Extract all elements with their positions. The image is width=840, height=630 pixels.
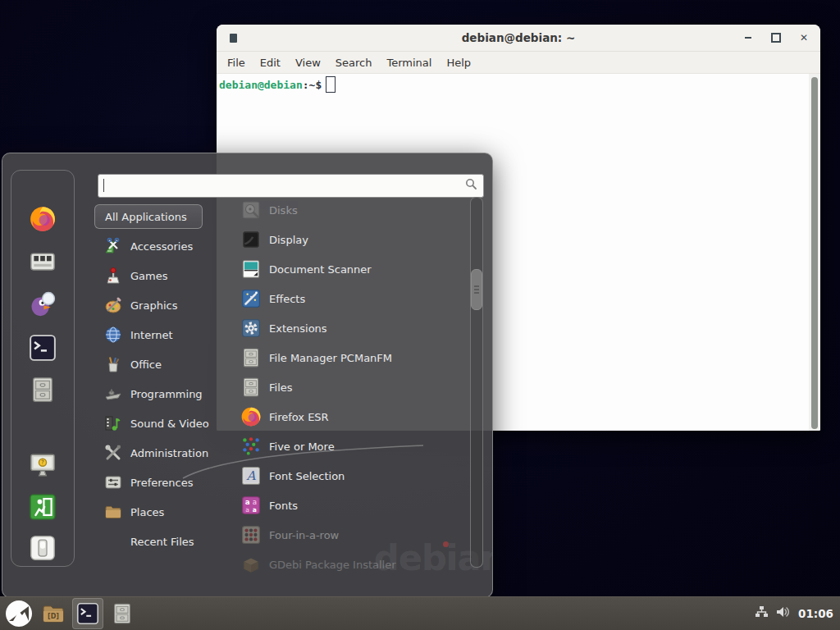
app-fonts[interactable]: aaaaFonts (216, 491, 467, 520)
category-accessories[interactable]: Accessories (94, 231, 217, 261)
five-or-more-icon (240, 436, 262, 457)
app-firefox-esr[interactable]: Firefox ESR (216, 402, 467, 431)
close-icon[interactable]: ✕ (799, 33, 809, 43)
app-font-selection[interactable]: AFont Selection (216, 461, 467, 491)
terminal-scrollbar-thumb[interactable] (811, 77, 818, 429)
prompt-user-host: debian@debian (219, 79, 303, 91)
app-extensions[interactable]: Extensions (216, 313, 467, 343)
category-office[interactable]: Office (94, 349, 217, 379)
category-label: Accessories (130, 240, 193, 253)
category-games[interactable]: Games (94, 261, 217, 290)
category-recent-files[interactable]: Recent Files (94, 527, 217, 556)
games-icon (104, 267, 122, 285)
taskbar-file-manager-icon[interactable] (107, 598, 138, 629)
terminal-menu-file[interactable]: File (220, 54, 253, 71)
administration-icon (104, 444, 122, 462)
terminal-menu-terminal[interactable]: Terminal (379, 54, 439, 71)
terminal-prompt: debian@debian:~$ (219, 76, 336, 93)
category-sound-video[interactable]: Sound & Video (94, 409, 217, 438)
terminal-menu-search[interactable]: Search (328, 54, 380, 71)
app-effects[interactable]: Effects (216, 284, 467, 313)
favorite-control-center-icon[interactable] (28, 247, 57, 276)
terminal-menu-edit[interactable]: Edit (253, 54, 288, 71)
app-gdebi-package-installer[interactable]: GDebi Package Installer (216, 550, 467, 579)
svg-text:a: a (245, 506, 249, 514)
display-icon (240, 229, 262, 250)
app-label: Extensions (269, 322, 327, 335)
application-menu: debian ? All ApplicationsAccessoriesGame… (2, 153, 493, 598)
app-label: Firefox ESR (269, 411, 329, 423)
category-graphics[interactable]: Graphics (94, 290, 217, 320)
app-label: Four-in-a-row (269, 529, 339, 541)
favorite-log-out-icon[interactable] (28, 492, 57, 522)
terminal-cursor (326, 76, 336, 93)
category-list: All ApplicationsAccessoriesGamesGraphics… (94, 202, 217, 556)
internet-icon (104, 326, 122, 344)
search-box[interactable] (98, 174, 484, 198)
terminal-menu-help[interactable]: Help (439, 54, 478, 71)
search-input[interactable] (98, 180, 465, 192)
svg-text:?: ? (41, 459, 44, 466)
prompt-suffix: :~$ (303, 79, 322, 91)
app-label: Disks (269, 204, 298, 217)
extensions-icon (240, 317, 262, 339)
no-icon (104, 532, 122, 550)
taskbar-terminal-icon[interactable] (72, 598, 103, 629)
sound-video-icon (104, 414, 122, 432)
clock[interactable]: 01:06 (798, 607, 833, 620)
app-four-in-a-row[interactable]: Four-in-a-row (216, 520, 467, 550)
application-list: DisksDisplayDocument ScannerEffectsExten… (216, 195, 467, 594)
terminal-titlebar[interactable]: debian@debian: ~ ✕ (217, 25, 820, 52)
menu-scrollbar-thumb[interactable] (471, 269, 482, 310)
app-label: Five or More (269, 441, 335, 453)
svg-text:a: a (253, 498, 257, 506)
fonts-icon: aaaa (240, 495, 262, 516)
network-icon[interactable] (755, 605, 769, 622)
app-label: Font Selection (269, 470, 345, 482)
favorite-terminal-icon[interactable] (28, 333, 57, 363)
svg-text:[D]: [D] (48, 613, 59, 620)
category-places[interactable]: Places (94, 497, 217, 527)
font-selection-icon: A (240, 465, 262, 486)
terminal-scrollbar-track[interactable] (809, 74, 820, 431)
system-tray: 01:06 (755, 605, 840, 622)
favorite-file-manager-icon[interactable] (28, 375, 57, 404)
minimize-icon[interactable] (743, 33, 753, 43)
search-icon (465, 178, 477, 194)
app-disks[interactable]: Disks (216, 195, 467, 225)
favorite-lock-screen-icon[interactable]: ? (28, 450, 57, 480)
gdebi-icon (240, 554, 262, 575)
taskbar-menu-button-icon[interactable] (3, 598, 34, 629)
category-programming[interactable]: Programming (94, 379, 217, 409)
app-label: Document Scanner (269, 263, 372, 276)
category-internet[interactable]: Internet (94, 320, 217, 349)
app-document-scanner[interactable]: Document Scanner (216, 254, 467, 284)
text-caret (103, 179, 104, 192)
app-label: Display (269, 234, 308, 246)
terminal-menu-view[interactable]: View (288, 54, 328, 71)
file-manager-icon (240, 377, 262, 398)
maximize-icon[interactable] (771, 33, 781, 43)
favorite-pidgin-icon[interactable] (28, 290, 57, 319)
favorite-firefox-icon[interactable] (28, 204, 57, 234)
programming-icon (104, 385, 122, 403)
taskbar-launchers: [D] (0, 597, 138, 630)
app-file-manager-pcmanfm[interactable]: File Manager PCManFM (216, 343, 467, 372)
category-label: Programming (130, 388, 203, 400)
app-five-or-more[interactable]: Five or More (216, 431, 467, 461)
category-administration[interactable]: Administration (94, 438, 217, 468)
category-preferences[interactable]: Preferences (94, 468, 217, 497)
app-display[interactable]: Display (216, 225, 467, 254)
four-in-a-row-icon (240, 524, 262, 546)
category-label: Preferences (130, 477, 193, 489)
app-files[interactable]: Files (216, 372, 467, 402)
category-label: Games (130, 270, 167, 282)
effects-icon (240, 288, 262, 309)
accessories-icon (104, 237, 122, 255)
favorite-shut-down-icon[interactable] (28, 533, 57, 563)
app-label: GDebi Package Installer (269, 559, 396, 571)
category-all-applications[interactable]: All Applications (94, 204, 203, 229)
taskbar-desktop-folder-icon[interactable]: [D] (38, 598, 69, 629)
menu-scrollbar-track[interactable] (470, 197, 483, 568)
volume-icon[interactable] (776, 605, 791, 622)
